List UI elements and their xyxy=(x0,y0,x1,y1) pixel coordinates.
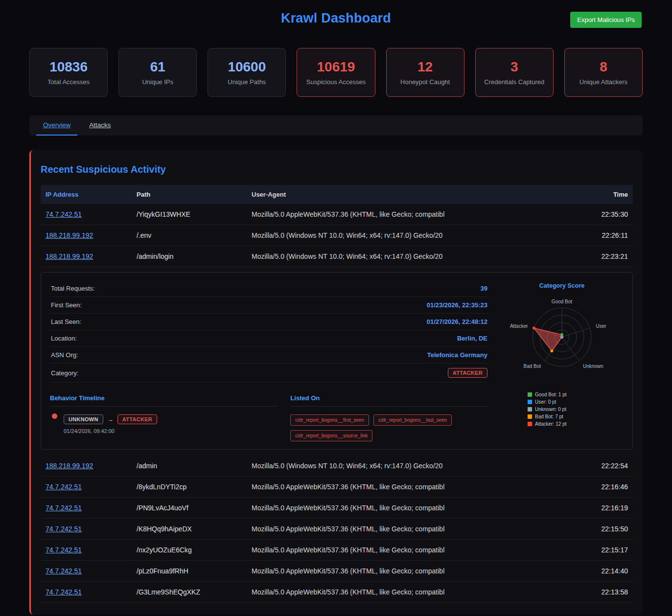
timeline-from-badge: UNKNOWN xyxy=(64,414,103,424)
field-category: Category: ATTACKER xyxy=(50,364,488,383)
legend-item: Attacker: 12 pt xyxy=(528,421,567,427)
ip-link[interactable]: 188.218.99.192 xyxy=(46,462,93,470)
path-cell: /nx2yUOZuE6Ckg xyxy=(137,546,252,554)
path-cell: /G3Lme9ShEQgXKZ xyxy=(137,588,252,596)
field-label: Last Seen: xyxy=(51,318,81,325)
ip-link[interactable]: 74.7.242.51 xyxy=(46,588,82,596)
path-cell: /pLz0Fnua9fRhH xyxy=(137,567,252,575)
stat-card-unique-ips: 61 Unique IPs xyxy=(118,48,197,97)
path-cell: /8ykdLnDYTi2cp xyxy=(137,483,252,491)
stat-label: Unique Attackers xyxy=(579,78,627,86)
ip-detail-panel: Total Requests: 39 First Seen: 01/23/202… xyxy=(41,272,633,450)
legend-label: User: 0 pt xyxy=(535,399,556,405)
stat-value: 10619 xyxy=(317,59,355,75)
blocklist-badge[interactable]: cidr_report_bogons__source_link xyxy=(290,430,372,441)
legend-label: Unknown: 0 pt xyxy=(535,407,566,412)
blocklist-badge[interactable]: cidr_report_bogons__first_seen xyxy=(290,414,369,426)
column-header-ip: IP Address xyxy=(46,191,137,198)
svg-text:Unknown: Unknown xyxy=(583,364,603,369)
column-header-time: Time xyxy=(574,191,628,198)
ip-link[interactable]: 188.218.99.192 xyxy=(46,252,93,260)
user-agent-cell: Mozilla/5.0 AppleWebKit/537.36 (KHTML, l… xyxy=(252,504,574,512)
export-malicious-ips-button[interactable]: Export Malicious IPs xyxy=(570,12,642,28)
stat-card-honeypot-caught: 12 Honeypot Caught xyxy=(386,48,464,97)
recent-suspicious-activity-panel: Recent Suspicious Activity IP Address Pa… xyxy=(29,150,643,615)
ip-link[interactable]: 74.7.242.51 xyxy=(46,546,82,554)
stat-value: 10600 xyxy=(228,59,266,75)
user-agent-cell: Mozilla/5.0 AppleWebKit/537.36 (KHTML, l… xyxy=(252,588,574,596)
legend-swatch-icon xyxy=(528,392,532,397)
stat-value: 12 xyxy=(417,59,433,75)
path-cell: /YiqykGI13WHXE xyxy=(137,210,252,218)
field-value: 39 xyxy=(481,285,487,292)
stat-label: Suspicious Accesses xyxy=(306,78,366,86)
path-cell: /PN9LvAcJ4uoVf xyxy=(137,504,252,512)
table-row[interactable]: 74.7.242.51/YiqykGI13WHXEMozilla/5.0 App… xyxy=(41,204,633,225)
stat-label: Unique IPs xyxy=(142,78,173,86)
stat-value: 10836 xyxy=(49,59,88,75)
category-attacker-badge: ATTACKER xyxy=(448,368,487,378)
table-row[interactable]: 74.7.242.51/8ykdLnDYTi2cpMozilla/5.0 App… xyxy=(41,477,633,498)
panel-title: Recent Suspicious Activity xyxy=(41,164,633,175)
time-cell: 22:26:11 xyxy=(574,231,628,239)
field-value: Berlin, DE xyxy=(457,335,487,342)
path-cell: /.env xyxy=(137,231,252,239)
field-value: 01/27/2026, 22:48:12 xyxy=(427,318,487,325)
time-cell: 22:15:17 xyxy=(574,546,628,554)
timeline-to-badge: ATTACKER xyxy=(117,414,157,424)
field-label: Total Requests: xyxy=(51,285,95,292)
page: Krawl Dashboard Export Malicious IPs 108… xyxy=(0,0,672,616)
user-agent-cell: Mozilla/5.0 AppleWebKit/537.36 (KHTML, l… xyxy=(252,546,574,554)
time-cell: 22:35:30 xyxy=(574,210,628,218)
table-row[interactable]: 74.7.242.51/K8HQq9hAipeDXMozilla/5.0 App… xyxy=(41,519,633,540)
legend-item: User: 0 pt xyxy=(528,399,567,405)
field-label: Category: xyxy=(51,369,78,377)
field-label: First Seen: xyxy=(51,301,82,309)
table-row[interactable]: 74.7.242.51/pLz0Fnua9fRhHMozilla/5.0 App… xyxy=(41,561,633,582)
tab-attacks[interactable]: Attacks xyxy=(82,115,117,136)
user-agent-cell: Mozilla/5.0 AppleWebKit/537.36 (KHTML, l… xyxy=(252,210,574,218)
column-header-user-agent: User-Agent xyxy=(252,191,574,198)
path-cell: /admin/login xyxy=(137,252,252,260)
ip-link[interactable]: 74.7.242.51 xyxy=(46,525,82,533)
ip-link[interactable]: 74.7.242.51 xyxy=(46,483,82,491)
tab-overview[interactable]: Overview xyxy=(36,115,77,136)
timeline-transition: UNKNOWN → ATTACKER xyxy=(64,414,278,424)
timeline-marker-icon xyxy=(52,413,57,419)
table-row[interactable]: 188.218.99.192/admin/loginMozilla/5.0 (W… xyxy=(41,246,633,267)
ip-link[interactable]: 188.218.99.192 xyxy=(46,231,93,239)
legend-label: Attacker: 12 pt xyxy=(535,421,566,427)
table-row[interactable]: 74.7.242.51/PN9LvAcJ4uoVfMozilla/5.0 App… xyxy=(41,498,633,519)
user-agent-cell: Mozilla/5.0 (Windows NT 10.0; Win64; x64… xyxy=(252,231,574,239)
user-agent-cell: Mozilla/5.0 AppleWebKit/537.36 (KHTML, l… xyxy=(252,483,574,491)
ip-link[interactable]: 74.7.242.51 xyxy=(46,504,82,512)
listed-on-badges: cidr_report_bogons__first_seencidr_repor… xyxy=(290,414,488,441)
field-asn-org: ASN Org: Telefonica Germany xyxy=(50,347,488,364)
table-row[interactable]: 74.7.242.51/nx2yUOZuE6CkgMozilla/5.0 App… xyxy=(41,540,633,561)
stat-card-unique-attackers: 8 Unique Attackers xyxy=(564,48,643,97)
table-row[interactable]: 74.7.242.51/G3Lme9ShEQgXKZMozilla/5.0 Ap… xyxy=(41,582,633,603)
blocklist-badge[interactable]: cidr_report_bogons__last_seen xyxy=(373,414,452,426)
stat-label: Total Accesses xyxy=(47,78,90,86)
time-cell: 22:15:50 xyxy=(574,525,628,533)
time-cell: 22:23:21 xyxy=(574,252,628,260)
user-agent-cell: Mozilla/5.0 AppleWebKit/537.36 (KHTML, l… xyxy=(252,567,574,575)
legend-item: Bad Bot: 7 pt xyxy=(528,414,567,419)
detail-sections: Behavior Timeline UNKNOWN → ATTACKER 01/… xyxy=(50,394,488,441)
legend-item: Unknown: 0 pt xyxy=(528,407,567,412)
field-first-seen: First Seen: 01/23/2026, 22:35:23 xyxy=(50,297,488,314)
timeline-entry: UNKNOWN → ATTACKER 01/24/2026, 09:42:00 xyxy=(50,414,278,434)
table-row[interactable]: 188.218.99.192/.envMozilla/5.0 (Windows … xyxy=(41,225,633,246)
path-cell: /admin xyxy=(137,462,252,470)
legend-item: Good Bot: 1 pt xyxy=(528,392,567,397)
ip-link[interactable]: 74.7.242.51 xyxy=(46,567,82,575)
stat-card-unique-paths: 10600 Unique Paths xyxy=(208,48,286,97)
stat-value: 8 xyxy=(600,59,607,75)
legend-swatch-icon xyxy=(528,422,532,426)
table-row[interactable]: 188.218.99.192/adminMozilla/5.0 (Windows… xyxy=(41,456,633,477)
behavior-timeline-title: Behavior Timeline xyxy=(50,394,278,407)
ip-link[interactable]: 74.7.242.51 xyxy=(46,210,82,218)
column-header-path: Path xyxy=(137,191,252,198)
field-last-seen: Last Seen: 01/27/2026, 22:48:12 xyxy=(50,314,488,330)
table-rows-after: 188.218.99.192/adminMozilla/5.0 (Windows… xyxy=(41,456,633,603)
